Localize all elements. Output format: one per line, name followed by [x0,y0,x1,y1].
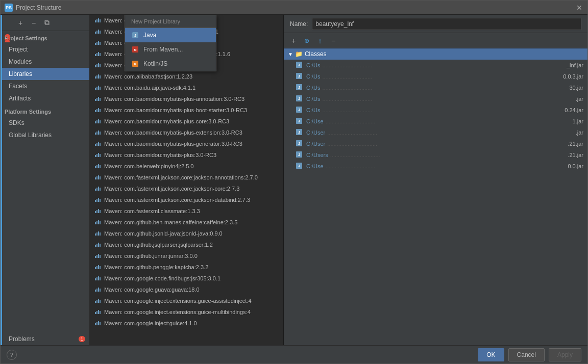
move-up-button[interactable]: ↑ [314,35,326,46]
remove-library-button[interactable]: − [28,17,39,29]
library-list-item[interactable]: Maven: com.baomidou:mybatis-plus-generat… [90,138,283,149]
library-icon [94,185,101,192]
bars-icon [95,63,101,67]
library-panel: New Project Library J Java M [90,15,284,345]
library-list-item[interactable]: Maven: com.baomidou:mybatis-plus:3.0-RC3 [90,149,283,161]
tree-item[interactable]: J C:\Us ................................… [284,105,587,116]
classes-tree: ▼ 📁 Classes J C:\Us ....................… [284,48,587,345]
jar-icon: J [296,95,303,102]
jar-icon: J [296,151,303,159]
bars-icon [95,131,101,135]
tree-item[interactable]: J C:\User ..............................… [284,127,587,138]
dropdown-item-from-maven[interactable]: M From Maven... [125,42,216,57]
tree-item[interactable]: J C:\Us ................................… [284,82,587,93]
library-list-item[interactable]: Maven: com.fasterxml.jackson.core:jackso… [90,194,283,205]
main-content: 2 + − ⧉ 3 Project Settings Project Modul… [1,15,587,345]
library-icon [94,286,101,293]
library-icon [94,107,101,114]
library-list-item[interactable]: Maven: com.baomidou:mybatis-plus-core:3.… [90,116,283,127]
tree-item[interactable]: J C:\Us ................................… [284,60,587,71]
library-list-item[interactable]: Maven: com.baomidou:mybatis-plus-annotat… [90,93,283,105]
bars-icon [95,175,101,179]
library-list-item[interactable]: Maven: com.baomidou:mybatis-plus-extensi… [90,127,283,138]
bars-icon [95,119,101,123]
library-icon [94,50,101,58]
add-class-button[interactable]: + [288,35,299,46]
library-list-item[interactable]: Maven: com.github.junrar:junrar:3.0.0 [90,250,283,262]
library-icon [94,140,101,147]
add-special-button[interactable]: ⊕ [301,35,312,46]
library-list-item[interactable]: Maven: com.baomidou:mybatis-plus-boot-st… [90,105,283,116]
library-list-item[interactable]: Maven: com.github.jsonld-java:jsonld-jav… [90,228,283,239]
sidebar-item-artifacts[interactable]: Artifacts [1,92,89,105]
apply-button[interactable]: Apply [549,348,581,361]
bars-icon [95,164,101,168]
cancel-button[interactable]: Cancel [508,348,545,361]
bars-icon [95,52,101,56]
bars-icon [95,209,101,213]
right-panel: Name: + ⊕ ↑ − ▼ 📁 Classes J C:\Us ......… [284,15,587,345]
library-icon [94,39,101,46]
bars-icon [95,299,101,303]
dropdown-item-kotlin-js[interactable]: K Kotlin/JS [125,57,216,71]
svg-text:M: M [134,48,137,51]
sidebar-item-sdks[interactable]: SDKs [1,117,89,129]
library-list-item[interactable]: Maven: com.google.guava:guava:18.0 [90,284,283,295]
library-list-item[interactable]: Maven: com.fasterxml.jackson.core:jackso… [90,172,283,183]
sidebar-item-facets[interactable]: Facets [1,80,89,92]
library-list-item[interactable]: Maven: com.baidu.aip:java-sdk:4.1.1 [90,82,283,93]
svg-text:J: J [134,34,136,37]
tree-item[interactable]: J C:\Use ...............................… [284,116,587,127]
library-icon [94,73,101,80]
sidebar-item-problems[interactable]: Problems 1 [1,333,89,345]
dropdown-header: New Project Library [125,15,216,28]
bottom-left: ? [7,350,17,360]
close-button[interactable]: ✕ [575,4,583,12]
remove-class-button[interactable]: − [328,35,339,46]
problems-badge: 1 [79,336,85,342]
new-library-dropdown: New Project Library J Java M [125,15,216,71]
tree-item[interactable]: J C:\Us ................................… [284,93,587,105]
library-list-item[interactable]: Maven: com.google.inject.extensions:guic… [90,306,283,318]
bars-icon [95,74,101,79]
library-icon [94,129,101,136]
name-input[interactable] [312,18,581,30]
library-icon [94,62,101,69]
title-bar: PS Project Structure ✕ [1,1,587,15]
bars-icon [95,276,101,280]
tree-item[interactable]: J C:\Us ................................… [284,71,587,82]
library-list-item[interactable]: Maven: com.github.penggle:kaptcha:2.3.2 [90,262,283,273]
bars-icon [95,97,101,101]
library-list-item[interactable]: Maven: com.github.jsqlparser:jsqlparser:… [90,239,283,250]
library-list-item[interactable]: Maven: com.github.ben-manes.caffeine:caf… [90,217,283,228]
add-library-button[interactable]: + [15,17,26,29]
maven-icon: M [131,45,139,54]
sidebar-item-project[interactable]: Project [1,43,89,56]
name-label: Name: [290,20,308,28]
tree-header: ▼ 📁 Classes [284,48,587,60]
library-list-item[interactable]: Maven: com.alibaba:fastjson:1.2.23 [90,71,283,82]
help-button[interactable]: ? [7,350,17,360]
library-icon [94,275,101,282]
dropdown-item-java[interactable]: J Java [125,28,216,42]
sidebar-item-modules[interactable]: Modules [1,56,89,68]
bars-icon [95,41,101,45]
library-list-item[interactable]: Maven: com.fasterxml.classmate:1.3.3 [90,205,283,217]
bars-icon [95,18,101,22]
library-list-item[interactable]: Maven: com.belerweb:pinyin4j:2.5.0 [90,161,283,172]
sidebar-item-global-libraries[interactable]: Global Libraries [1,129,89,141]
platform-settings-header: Platform Settings [1,105,89,117]
bottom-right: OK Cancel Apply [478,348,581,361]
tree-item[interactable]: J C:\Use ...............................… [284,161,587,172]
library-icon [94,252,101,259]
tree-item[interactable]: J C:\User ..............................… [284,138,587,149]
library-list-item[interactable]: Maven: com.fasterxml.jackson.core:jackso… [90,183,283,194]
jar-icon: J [296,118,303,125]
copy-library-button[interactable]: ⧉ [41,17,53,29]
ok-button[interactable]: OK [478,348,504,361]
library-list-item[interactable]: Maven: com.google.inject.extensions:guic… [90,295,283,306]
library-list-item[interactable]: Maven: com.google.inject:guice:4.1.0 [90,318,283,329]
sidebar-item-libraries[interactable]: Libraries [1,68,89,80]
tree-item[interactable]: J C:\Users .............................… [284,149,587,161]
library-list-item[interactable]: Maven: com.google.code.findbugs:jsr305:3… [90,273,283,284]
